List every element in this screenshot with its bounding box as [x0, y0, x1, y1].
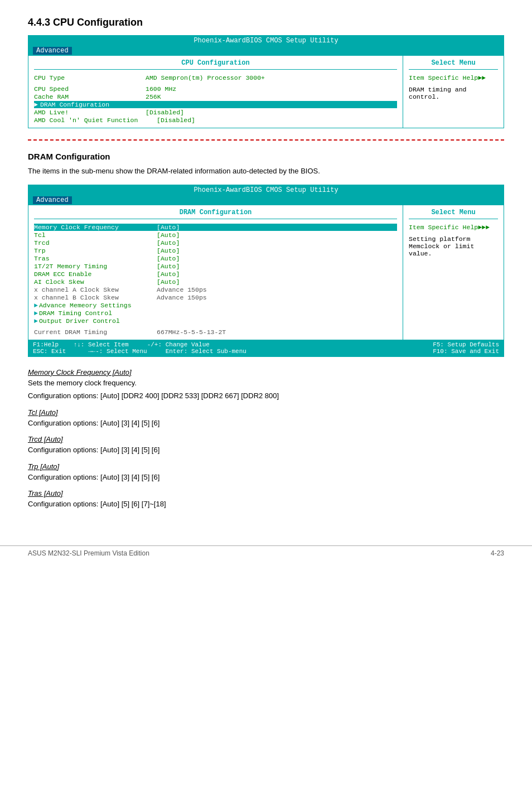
- page-footer: ASUS M2N32-SLI Premium Vista Edition 4-2…: [0, 545, 532, 561]
- output-driver-row[interactable]: ► Output Driver Control: [34, 317, 397, 325]
- tcl-label: Tcl: [34, 231, 157, 239]
- footer-f10: F10: Save and Exit: [433, 348, 499, 355]
- item-trp-desc: Configuration options: [Auto] [3] [4] [5…: [28, 472, 504, 483]
- item-tras-desc: Configuration options: [Auto] [5] [6] [7…: [28, 499, 504, 510]
- amd-live-label: AMD Live!: [34, 109, 146, 116]
- footer-f5: F5: Setup Defaults: [433, 341, 499, 348]
- item-trp-heading: Trp [Auto]: [28, 462, 504, 471]
- footer-left: ASUS M2N32-SLI Premium Vista Edition: [28, 549, 149, 557]
- cpu-bios-sidebar: Select Menu Item Specific Help►► DRAM ti…: [403, 56, 504, 128]
- cpu-bios-top-bar: Phoenix-AwardBIOS CMOS Setup Utility: [28, 36, 504, 46]
- dram-sidebar-text1: Setting platform Memclock or limit value…: [409, 235, 498, 257]
- current-dram-label: Current DRAM Timing: [34, 328, 157, 336]
- ai-clock-label: AI Clock Skew: [34, 278, 157, 286]
- dram-bios-screen: Phoenix-AwardBIOS CMOS Setup Utility Adv…: [28, 185, 504, 357]
- cpu-speed-value: 1600 MHz: [146, 85, 176, 93]
- footer-esc: ESC: Exit →←-: Select Menu Enter: Select…: [33, 348, 246, 355]
- current-dram-row: Current DRAM Timing 667MHz-5-5-5-13-2T: [34, 328, 397, 336]
- dram-bios-main: DRAM Configuration Memory Clock Frequenc…: [28, 205, 403, 340]
- ai-clock-row: AI Clock Skew [Auto]: [34, 278, 397, 286]
- 1t2t-label: 1T/2T Memory Timing: [34, 263, 157, 270]
- cpu-sidebar-text: DRAM timing and control.: [409, 86, 498, 100]
- trcd-row: Trcd [Auto]: [34, 239, 397, 247]
- dram-sidebar-title: Select Menu: [409, 209, 498, 219]
- mem-clock-value: [Auto]: [157, 224, 180, 231]
- trcd-value: [Auto]: [157, 239, 180, 247]
- mem-clock-row[interactable]: Memory Clock Frequency [Auto]: [34, 224, 397, 231]
- 1t2t-value: [Auto]: [157, 263, 180, 270]
- dram-ecc-row: DRAM ECC Enable [Auto]: [34, 270, 397, 278]
- cpu-config-section: 4.4.3 CPU Configuration Phoenix-AwardBIO…: [28, 17, 504, 141]
- amd-live-row: AMD Live! [Disabled]: [34, 109, 397, 116]
- dram-timing-label: DRAM Timing Control: [39, 310, 158, 317]
- advance-mem-row[interactable]: ► Advance Memeory Settings: [34, 302, 397, 309]
- advance-mem-arrow: ►: [34, 302, 38, 309]
- item-memory-clock-desc1: Sets the memory clock frequency.: [28, 378, 504, 389]
- dram-section-heading: DRAM Configuration: [28, 152, 504, 161]
- cpu-main-title: CPU Configuration: [34, 59, 397, 70]
- item-tras: Tras [Auto] Configuration options: [Auto…: [28, 489, 504, 510]
- dram-bios-body: DRAM Configuration Memory Clock Frequenc…: [28, 205, 504, 340]
- amd-cool-value: [Disabled]: [157, 117, 195, 124]
- trp-row: Trp [Auto]: [34, 247, 397, 254]
- trcd-label: Trcd: [34, 239, 157, 247]
- amd-cool-label: AMD Cool 'n' Quiet Function: [34, 117, 157, 124]
- dram-arrow: ►: [34, 101, 38, 108]
- cpu-bios-screen: Phoenix-AwardBIOS CMOS Setup Utility Adv…: [28, 35, 504, 128]
- cpu-type-label: CPU Type: [34, 74, 146, 81]
- cpu-bios-menu-bar: Advanced: [28, 46, 504, 56]
- footer-right: 4-23: [491, 549, 504, 557]
- dram-timing-row[interactable]: ► DRAM Timing Control: [34, 310, 397, 317]
- cpu-advanced-tab[interactable]: Advanced: [33, 47, 72, 55]
- item-tras-heading: Tras [Auto]: [28, 489, 504, 497]
- channel-a-row: x channel A Clock Skew Advance 150ps: [34, 286, 397, 293]
- item-tcl: Tcl [Auto] Configuration options: [Auto]…: [28, 408, 504, 429]
- amd-cool-row: AMD Cool 'n' Quiet Function [Disabled]: [34, 117, 397, 124]
- dram-timing-arrow: ►: [34, 310, 38, 317]
- cpu-sidebar-title: Select Menu: [409, 59, 498, 70]
- cache-ram-value: 256K: [146, 93, 161, 100]
- channel-a-value: Advance 150ps: [157, 286, 207, 293]
- dram-bios-menu-bar: Advanced: [28, 195, 504, 205]
- cpu-item-specific-help: Item Specific Help►►: [409, 74, 498, 81]
- item-tcl-desc: Configuration options: [Auto] [3] [4] [5…: [28, 418, 504, 429]
- dram-ecc-value: [Auto]: [157, 270, 180, 278]
- cpu-speed-row: CPU Speed 1600 MHz: [34, 85, 397, 93]
- dashed-separator: [28, 139, 504, 141]
- dram-bios-sidebar: Select Menu Item Specific Help►►► Settin…: [403, 205, 504, 340]
- footer-f1: F1:Help ↑↓: Select Item -/+: Change Valu…: [33, 341, 246, 348]
- footer-col-2: F5: Setup Defaults F10: Save and Exit: [433, 341, 499, 355]
- cache-ram-row: Cache RAM 256K: [34, 93, 397, 100]
- item-trcd: Trcd [Auto] Configuration options: [Auto…: [28, 435, 504, 456]
- channel-b-label: x channel B Clock Skew: [34, 294, 157, 301]
- amd-live-value: [Disabled]: [146, 109, 184, 116]
- item-memory-clock: Memory Clock Frequency [Auto] Sets the m…: [28, 368, 504, 402]
- tcl-value: [Auto]: [157, 231, 180, 239]
- bios-footer: F1:Help ↑↓: Select Item -/+: Change Valu…: [28, 340, 504, 356]
- tras-row: Tras [Auto]: [34, 255, 397, 262]
- trp-label: Trp: [34, 247, 157, 254]
- item-trcd-desc: Configuration options: [Auto] [3] [4] [5…: [28, 445, 504, 456]
- item-memory-clock-desc2: Configuration options: [Auto] [DDR2 400]…: [28, 390, 504, 402]
- tras-label: Tras: [34, 255, 157, 262]
- page-content: 4.4.3 CPU Configuration Phoenix-AwardBIO…: [0, 0, 532, 529]
- dram-description: The items in the sub-menu show the DRAM-…: [28, 166, 504, 177]
- item-tcl-heading: Tcl [Auto]: [28, 408, 504, 417]
- cpu-section-title: 4.4.3 CPU Configuration: [28, 17, 504, 28]
- 1t2t-row: 1T/2T Memory Timing [Auto]: [34, 263, 397, 270]
- dram-config-row[interactable]: ► DRAM Configuration: [34, 101, 397, 108]
- cpu-speed-label: CPU Speed: [34, 85, 146, 93]
- tcl-row: Tcl [Auto]: [34, 231, 397, 239]
- mem-clock-label: Memory Clock Frequency: [34, 224, 157, 231]
- output-driver-arrow: ►: [34, 317, 38, 325]
- dram-item-specific-help: Item Specific Help►►►: [409, 224, 498, 231]
- tras-value: [Auto]: [157, 255, 180, 262]
- channel-a-label: x channel A Clock Skew: [34, 286, 157, 293]
- dram-config-section: DRAM Configuration The items in the sub-…: [28, 152, 504, 510]
- dram-ecc-label: DRAM ECC Enable: [34, 270, 157, 278]
- ai-clock-value: [Auto]: [157, 278, 180, 286]
- advance-mem-label: Advance Memeory Settings: [39, 302, 158, 309]
- trp-value: [Auto]: [157, 247, 180, 254]
- dram-advanced-tab[interactable]: Advanced: [33, 196, 72, 204]
- channel-b-row: x channel B Clock Skew Advance 150ps: [34, 294, 397, 301]
